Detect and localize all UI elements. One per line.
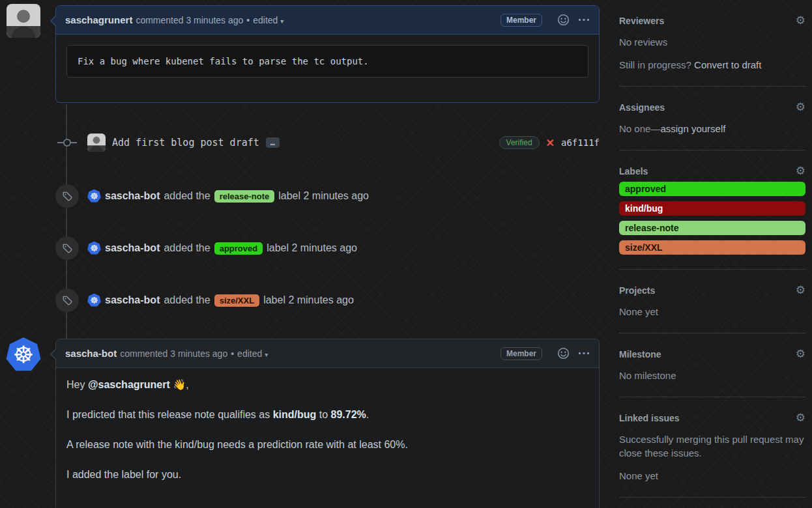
event-author-link[interactable]: sascha-bot (105, 190, 160, 202)
commit-hash-link[interactable]: a6f111f (561, 137, 600, 148)
comment-header: sascha-bot commented 3 minutes ago • edi… (56, 339, 599, 368)
tag-icon (55, 236, 79, 260)
avatar-sascha-bot[interactable]: ☸ (6, 337, 41, 373)
kebab-menu-icon[interactable] (578, 352, 590, 355)
chevron-down-icon: ▾ (280, 18, 283, 25)
gear-icon[interactable]: ⚙ (796, 165, 805, 176)
sidebar-section-milestone: Milestone ⚙ No milestone (619, 333, 805, 397)
event-text: ☸ sascha-bot added the release-note labe… (87, 190, 369, 203)
avatar-saschagrunert[interactable] (7, 4, 40, 38)
comment-body: Hey @saschagrunert 👋, I predicted that t… (56, 368, 599, 508)
person-photo-icon (87, 134, 106, 152)
section-title: Reviewers (619, 16, 664, 26)
section-title: Projects (619, 285, 655, 296)
member-badge: Member (500, 14, 542, 27)
member-badge: Member (500, 347, 542, 360)
convert-to-draft-link[interactable]: Convert to draft (694, 59, 761, 70)
event-author-link[interactable]: sascha-bot (105, 294, 160, 306)
comment-meta: commented 3 minutes ago (120, 348, 227, 359)
sidebar-section-linked-issues: Linked issues ⚙ Successfully merging thi… (619, 397, 805, 498)
person-photo-icon (7, 4, 40, 38)
section-title: Linked issues (619, 413, 680, 423)
event-action: added the (164, 294, 210, 306)
edited-dropdown[interactable]: edited ▾ (237, 348, 268, 359)
section-title: Labels (619, 166, 648, 176)
comment-arrow (50, 348, 56, 360)
gear-icon[interactable]: ⚙ (796, 412, 805, 423)
comment-author-link[interactable]: sascha-bot (65, 348, 117, 359)
sidebar-section-labels: Labels ⚙ approved kind/bug release-note … (619, 150, 805, 270)
event-action: added the (164, 242, 210, 254)
label-chip[interactable]: approved (214, 242, 263, 255)
comment-arrow (50, 15, 56, 27)
label-event-row: ☸ sascha-bot added the approved label 2 … (55, 235, 600, 261)
kubernetes-wheel-icon: ☸ (13, 343, 34, 367)
sidebar-section-projects: Projects ⚙ None yet (619, 270, 805, 333)
empty-state: No milestone (619, 369, 805, 382)
sascha-bot-avatar[interactable]: ☸ (87, 190, 101, 203)
empty-state: None yet (619, 469, 805, 483)
label-chip[interactable]: release-note (214, 190, 275, 203)
label-event-row: ☸ sascha-bot added the release-note labe… (55, 183, 600, 209)
sidebar-label-release-note[interactable]: release-note (619, 221, 805, 235)
kubernetes-wheel-icon: ☸ (90, 295, 98, 305)
kubernetes-wheel-icon: ☸ (90, 191, 98, 201)
mention-link[interactable]: @saschagrunert (88, 379, 170, 390)
gear-icon[interactable]: ⚙ (796, 285, 805, 296)
paragraph-rule: A release note with the kind/bug needs a… (66, 438, 588, 451)
commit-status-group: Verified ✕ a6f111f (499, 136, 600, 149)
code-block: Fix a bug where kubenet fails to parse t… (66, 45, 588, 78)
reviewers-hint: Still in progress? Convert to draft (619, 58, 805, 72)
kubernetes-wheel-icon: ☸ (90, 243, 98, 253)
empty-state: No one—assign yourself (619, 122, 805, 135)
sidebar-section-assignees: Assignees ⚙ No one—assign yourself (619, 87, 805, 150)
comment-sascha-bot: sascha-bot commented 3 minutes ago • edi… (55, 339, 600, 508)
chevron-down-icon: ▾ (265, 351, 268, 358)
gear-icon[interactable]: ⚙ (796, 102, 805, 113)
linked-issues-description: Successfully merging this pull request m… (619, 432, 805, 460)
dot-separator: • (246, 15, 250, 25)
sascha-bot-avatar[interactable]: ☸ (87, 294, 101, 307)
label-event-row: ☸ sascha-bot added the size/XXL label 2 … (55, 287, 600, 313)
paragraph-greeting: Hey @saschagrunert 👋, (66, 378, 588, 391)
tag-icon (55, 289, 79, 312)
pr-conversation-page: saschagrunert commented 3 minutes ago • … (0, 0, 812, 508)
kebab-menu-icon[interactable] (578, 18, 590, 21)
commit-expand-button[interactable]: … (266, 137, 280, 148)
event-text: ☸ sascha-bot added the approved label 2 … (87, 242, 357, 255)
event-author-link[interactable]: sascha-bot (105, 242, 160, 254)
sidebar-label-approved[interactable]: approved (619, 182, 805, 196)
empty-state: None yet (619, 305, 805, 318)
tag-icon (55, 184, 79, 208)
sidebar-label-kind-bug[interactable]: kind/bug (619, 201, 805, 216)
edited-dropdown[interactable]: edited ▾ (253, 15, 283, 25)
sidebar-label-size-xxl[interactable]: size/XXL (619, 240, 805, 255)
smiley-reaction-icon[interactable] (557, 347, 570, 360)
label-chip[interactable]: size/XXL (214, 294, 259, 307)
commit-node-icon (55, 131, 79, 154)
comment-header: saschagrunert commented 3 minutes ago • … (56, 6, 599, 35)
comment-body: Fix a bug where kubenet fails to parse t… (56, 35, 599, 88)
assign-yourself-link[interactable]: assign yourself (660, 123, 725, 134)
status-failed-x-icon[interactable]: ✕ (546, 137, 555, 149)
event-text: ☸ sascha-bot added the size/XXL label 2 … (87, 294, 354, 307)
section-title: Assignees (619, 102, 665, 113)
sidebar: Reviewers ⚙ No reviews Still in progress… (619, 0, 805, 498)
section-title: Milestone (619, 349, 661, 360)
event-action: added the (164, 190, 210, 202)
empty-state: No reviews (619, 35, 805, 49)
event-suffix: label 2 minutes ago (267, 242, 357, 254)
event-suffix: label 2 minutes ago (263, 294, 354, 306)
sascha-bot-avatar[interactable]: ☸ (87, 242, 101, 255)
gear-icon[interactable]: ⚙ (796, 348, 805, 360)
sidebar-section-reviewers: Reviewers ⚙ No reviews Still in progress… (619, 0, 805, 87)
comment-author-link[interactable]: saschagrunert (65, 14, 132, 25)
paragraph-label-added: I added the label for you. (66, 468, 588, 481)
commit-author-avatar[interactable] (87, 134, 106, 152)
paragraph-prediction: I predicted that this release note quali… (66, 408, 588, 421)
smiley-reaction-icon[interactable] (557, 14, 570, 26)
gear-icon[interactable]: ⚙ (796, 15, 805, 26)
event-suffix: label 2 minutes ago (278, 190, 369, 202)
commit-message-link[interactable]: Add first blog post draft (112, 137, 259, 148)
verified-badge[interactable]: Verified (499, 136, 540, 149)
